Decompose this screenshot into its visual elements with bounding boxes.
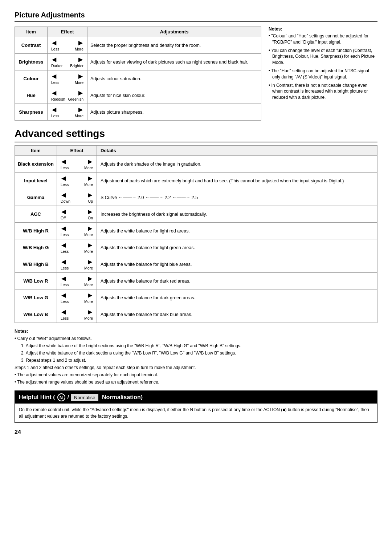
pa-note-item-1: You can change the level of each functio… xyxy=(269,48,377,66)
adv-item-4: W/B High R xyxy=(15,223,57,239)
left-label: Less xyxy=(51,80,59,85)
helpful-hint-prefix: Helpful Hint ( xyxy=(19,394,55,401)
arrow-right-icon: ▶ xyxy=(78,107,83,113)
right-label: More xyxy=(84,232,93,237)
pa-adjustment-0: Selects the proper brightness and densit… xyxy=(87,37,261,54)
pa-item-4: Sharpness xyxy=(15,104,48,121)
advanced-settings-table: Item Effect Details Black extension ◀ ▶ … xyxy=(15,145,377,323)
left-label: Darker xyxy=(51,64,63,68)
left-label: Less xyxy=(51,47,59,51)
arrow-left-icon: ◀ xyxy=(61,242,66,248)
left-label: Reddish xyxy=(51,97,65,101)
adv-col-header-item: Item xyxy=(15,146,57,156)
arrow-left-icon: ◀ xyxy=(52,73,56,79)
left-label: Less xyxy=(61,166,69,170)
adv-item-8: W/B Low G xyxy=(15,289,57,306)
helpful-hint-title-bar: Helpful Hint ( N / Normalise Normalisati… xyxy=(15,391,377,404)
arrow-left-icon: ◀ xyxy=(52,107,56,113)
right-label: Greenish xyxy=(68,97,83,101)
right-label: More xyxy=(75,114,83,118)
adv-effect-3: ◀ ▶ Off On xyxy=(57,206,97,223)
adv-note-line-3: 3. Repeat steps 1 and 2 to adjust. xyxy=(15,357,377,364)
picture-adjustments-table: Item Effect Adjustments Contrast ◀ ▶ Les… xyxy=(15,27,261,121)
adv-effect-0: ◀ ▶ Less More xyxy=(57,156,97,173)
right-label: More xyxy=(84,299,93,304)
arrow-right-icon: ▶ xyxy=(88,292,92,298)
arrow-right-icon: ▶ xyxy=(88,192,92,198)
right-label: More xyxy=(84,166,93,170)
pa-effect-1: ◀ ▶ Darker Brighter xyxy=(48,54,87,70)
adv-effect-1: ◀ ▶ Less More xyxy=(57,173,97,189)
arrow-left-icon: ◀ xyxy=(52,90,56,96)
arrow-right-icon: ▶ xyxy=(78,90,83,96)
picture-adjustments-section: Picture Adjustments Item Effect Adjustme… xyxy=(15,11,377,121)
adv-table-row: W/B High B ◀ ▶ Less More Adjusts the whi… xyxy=(15,256,377,273)
arrow-right-icon: ▶ xyxy=(88,175,92,181)
advanced-settings-notes: Notes:• Carry out "W/B" adjustment as fo… xyxy=(15,328,377,385)
arrow-left-icon: ◀ xyxy=(61,259,66,265)
left-label: Less xyxy=(51,114,59,118)
adv-effect-7: ◀ ▶ Less More xyxy=(57,273,97,289)
adv-item-2: Gamma xyxy=(15,189,57,206)
adv-details-1: Adjustment of parts which are extremely … xyxy=(97,173,377,189)
notes-list-pa: "Colour" and "Hue" settings cannot be ad… xyxy=(269,33,377,101)
adv-item-1: Input level xyxy=(15,173,57,189)
right-label: Brighter xyxy=(70,64,83,68)
arrow-left-icon: ◀ xyxy=(52,57,56,62)
pa-adjustment-4: Adjusts picture sharpness. xyxy=(87,104,261,121)
arrow-left-icon: ◀ xyxy=(61,175,66,181)
arrow-left-icon: ◀ xyxy=(61,209,66,215)
arrow-right-icon: ▶ xyxy=(78,40,83,46)
pa-effect-4: ◀ ▶ Less More xyxy=(48,104,87,121)
pa-table-row: Sharpness ◀ ▶ Less More Adjusts picture … xyxy=(15,104,261,121)
right-label: More xyxy=(84,249,93,254)
arrow-right-icon: ▶ xyxy=(88,309,92,315)
col-header-item: Item xyxy=(15,27,48,37)
arrow-right-icon: ▶ xyxy=(88,276,92,281)
picture-adjustments-notes: Notes: "Colour" and "Hue" settings canno… xyxy=(269,27,377,121)
adv-note-line-0: • Carry out "W/B" adjustment as follows. xyxy=(15,335,377,342)
left-label: Less xyxy=(61,299,69,304)
advanced-settings-title: Advanced settings xyxy=(15,128,377,142)
right-label: Up xyxy=(88,199,93,203)
normalise-label: Normalise xyxy=(71,394,98,401)
left-label: Down xyxy=(61,199,70,203)
adv-details-6: Adjusts the white balance for light blue… xyxy=(97,256,377,273)
pa-table-row: Colour ◀ ▶ Less More Adjusts colour satu… xyxy=(15,70,261,87)
adv-item-0: Black extension xyxy=(15,156,57,173)
n-circle-icon: N xyxy=(57,393,65,401)
left-label: Less xyxy=(61,316,69,320)
adv-effect-8: ◀ ▶ Less More xyxy=(57,289,97,306)
arrow-right-icon: ▶ xyxy=(88,242,92,248)
arrow-right-icon: ▶ xyxy=(88,159,92,165)
adv-effect-5: ◀ ▶ Less More xyxy=(57,239,97,256)
adv-details-2: S Curve ←——→ 2.0 ←——→ 2.2 ←——→ 2.5 xyxy=(97,189,377,206)
pa-table-row: Contrast ◀ ▶ Less More Selects the prope… xyxy=(15,37,261,54)
arrow-right-icon: ▶ xyxy=(78,57,83,62)
helpful-hint-body: On the remote control unit, while the "A… xyxy=(15,404,377,422)
adv-item-9: W/B Low B xyxy=(15,306,57,323)
right-label: On xyxy=(88,216,93,220)
pa-note-item-0: "Colour" and "Hue" settings cannot be ad… xyxy=(269,33,377,45)
arrow-right-icon: ▶ xyxy=(88,209,92,215)
left-label: Less xyxy=(61,266,69,270)
right-label: More xyxy=(84,182,93,187)
pa-table-row: Hue ◀ ▶ Reddish Greenish Adjusts for nic… xyxy=(15,87,261,104)
advanced-settings-table-wrapper: Item Effect Details Black extension ◀ ▶ … xyxy=(15,145,377,323)
right-label: More xyxy=(84,316,93,320)
pa-note-item-2: The "Hue" setting can be adjusted for NT… xyxy=(269,68,377,80)
adv-effect-2: ◀ ▶ Down Up xyxy=(57,189,97,206)
arrow-left-icon: ◀ xyxy=(61,276,66,281)
pa-adjustment-3: Adjusts for nice skin colour. xyxy=(87,87,261,104)
picture-adjustments-table-area: Item Effect Adjustments Contrast ◀ ▶ Les… xyxy=(15,27,261,121)
pa-note-item-3: In Contrast, there is not a noticeable c… xyxy=(269,82,377,101)
adv-details-9: Adjusts the white balance for dark blue … xyxy=(97,306,377,323)
adv-effect-4: ◀ ▶ Less More xyxy=(57,223,97,239)
pa-item-0: Contrast xyxy=(15,37,48,54)
pa-adjustment-2: Adjusts colour saturation. xyxy=(87,70,261,87)
adv-note-line-4: Steps 1 and 2 affect each other's settin… xyxy=(15,364,377,371)
pa-effect-3: ◀ ▶ Reddish Greenish xyxy=(48,87,87,104)
arrow-left-icon: ◀ xyxy=(52,40,56,46)
arrow-left-icon: ◀ xyxy=(61,292,66,298)
pa-effect-2: ◀ ▶ Less More xyxy=(48,70,87,87)
